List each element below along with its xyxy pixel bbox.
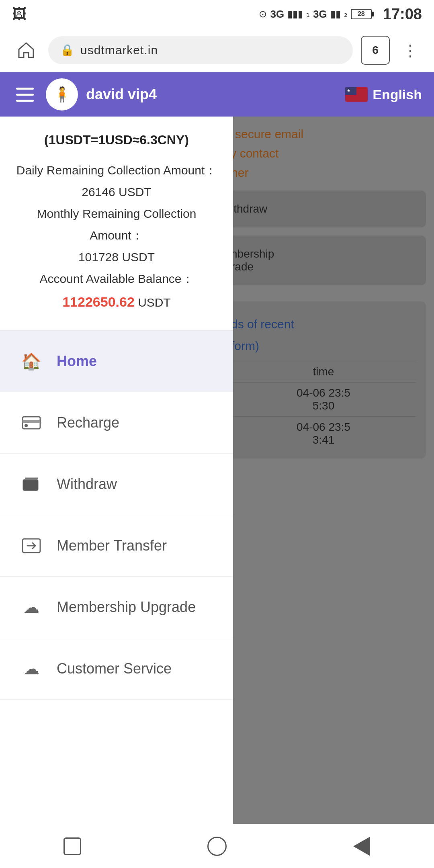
url-bar[interactable]: 🔒 usdtmarket.in <box>48 36 353 64</box>
bottom-nav <box>0 824 434 868</box>
back-triangle-icon <box>353 837 370 856</box>
nav-item-withdraw[interactable]: Withdraw <box>0 454 233 515</box>
balance-label: Account Available Balance： <box>39 272 193 285</box>
nav-label-member-transfer: Member Transfer <box>57 537 167 554</box>
home-button[interactable] <box>201 830 233 862</box>
language-text: English <box>373 87 422 102</box>
language-button[interactable]: English <box>345 87 422 102</box>
status-bar-left: 🖼 <box>12 6 259 23</box>
home-icon: 🏠 <box>20 350 43 373</box>
nav-item-home[interactable]: 🏠 Home <box>0 331 233 392</box>
nav-header: 🧍 david vip4 English <box>0 72 434 117</box>
battery-icon: 28 <box>351 9 372 19</box>
drawer-overlay[interactable] <box>233 117 434 868</box>
monthly-label: Monthly Remaining Collection Amount： <box>37 207 197 242</box>
battery-level: 28 <box>358 10 365 18</box>
status-time: 17:08 <box>383 6 422 23</box>
daily-value: 26146 USDT <box>82 185 151 199</box>
nav-label-recharge: Recharge <box>57 414 119 431</box>
browser-home-button[interactable] <box>12 36 40 64</box>
withdraw-icon <box>20 473 43 495</box>
member-transfer-icon <box>20 534 43 557</box>
svg-rect-4 <box>23 480 38 490</box>
browser-bar: 🔒 usdtmarket.in 6 ⋮ <box>0 28 434 72</box>
nav-item-member-transfer[interactable]: Member Transfer <box>0 515 233 577</box>
svg-rect-1 <box>23 420 40 423</box>
balance-value: 1122650.62 <box>62 294 135 309</box>
photo-icon: 🖼 <box>12 6 27 23</box>
url-text: usdtmarket.in <box>80 43 158 57</box>
nav-label-customer-service: Customer Service <box>57 660 172 677</box>
balance-currency: USDT <box>138 296 171 309</box>
drawer-user-info: (1USDT=1USD≈6.3CNY) Daily Remaining Coll… <box>0 117 233 331</box>
signal-bars-2: ▮▮ <box>330 8 341 20</box>
main-container: 🧍 david vip4 English ur secure email nly… <box>0 72 434 868</box>
membership-upgrade-icon: ☁ <box>20 596 43 618</box>
status-icons: ⊙ 3G ▮▮▮ ₁ 3G ▮▮ ₂ 28 17:08 <box>259 6 422 23</box>
square-icon <box>63 837 81 855</box>
drawer: (1USDT=1USD≈6.3CNY) Daily Remaining Coll… <box>0 117 233 868</box>
status-bar: 🖼 ⊙ 3G ▮▮▮ ₁ 3G ▮▮ ₂ 28 17:08 <box>0 0 434 28</box>
circle-icon <box>207 837 227 856</box>
svg-point-2 <box>25 424 28 427</box>
network-3g-2: 3G <box>313 8 327 20</box>
tab-count-button[interactable]: 6 <box>361 36 390 65</box>
signal-bars-1: ▮▮▮ <box>287 8 303 20</box>
sub-label-2: ₂ <box>344 9 348 19</box>
username-label: david vip4 <box>86 86 345 103</box>
exchange-rate: (1USDT=1USD≈6.3CNY) <box>16 133 217 147</box>
customer-service-icon: ☁ <box>20 657 43 680</box>
nav-item-recharge[interactable]: Recharge <box>0 392 233 454</box>
monthly-value: 101728 USDT <box>78 250 155 264</box>
back-button[interactable] <box>346 830 378 862</box>
daily-label: Daily Remaining Collection Amount： <box>16 164 217 177</box>
network-3g-1: 3G <box>270 8 284 20</box>
lock-icon: 🔒 <box>60 43 74 57</box>
hamburger-menu[interactable] <box>12 84 38 106</box>
flag-icon <box>345 87 368 102</box>
recent-apps-button[interactable] <box>56 830 88 862</box>
signal-icon-1: ⊙ <box>259 8 267 20</box>
avatar: 🧍 <box>46 78 78 111</box>
balance-info: Daily Remaining Collection Amount： 26146… <box>16 160 217 314</box>
nav-label-home: Home <box>57 353 97 370</box>
nav-label-membership-upgrade: Membership Upgrade <box>57 599 196 616</box>
sub-label-1: ₁ <box>306 9 310 19</box>
recharge-icon <box>20 411 43 434</box>
nav-item-customer-service[interactable]: ☁ Customer Service <box>0 638 233 700</box>
nav-item-membership-upgrade[interactable]: ☁ Membership Upgrade <box>0 577 233 638</box>
more-options-button[interactable]: ⋮ <box>398 38 422 62</box>
nav-label-withdraw: Withdraw <box>57 476 117 493</box>
